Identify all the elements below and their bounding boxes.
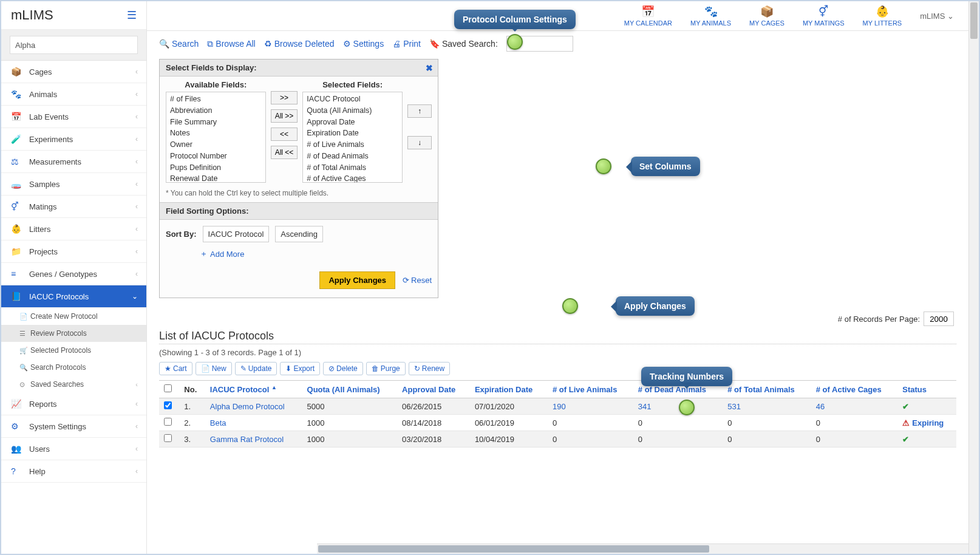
col--of-total-animals[interactable]: # of Total Animals bbox=[723, 381, 811, 398]
delete-button[interactable]: ⊘Delete bbox=[323, 362, 363, 375]
field-option[interactable]: Abbreviation bbox=[169, 105, 263, 117]
search-link[interactable]: 🔍Search bbox=[159, 39, 199, 49]
export-button[interactable]: ⬇Export bbox=[280, 362, 320, 375]
horizontal-scrollbar[interactable] bbox=[317, 543, 968, 554]
sidebar-item-users[interactable]: 👥Users‹ bbox=[1, 438, 146, 460]
field-option[interactable]: # of Active Cages bbox=[305, 173, 400, 183]
move-right-button[interactable]: >> bbox=[271, 91, 298, 104]
select-all-checkbox[interactable] bbox=[164, 384, 172, 392]
apply-changes-button[interactable]: Apply Changes bbox=[319, 271, 395, 289]
sidebar-item-lab-events[interactable]: 📅Lab Events‹ bbox=[1, 106, 146, 128]
field-option[interactable]: IACUC Protocol bbox=[305, 94, 400, 105]
hamburger-icon[interactable]: ☰ bbox=[127, 9, 137, 22]
close-icon[interactable]: ✖ bbox=[426, 63, 433, 73]
sidebar-subitem-review-protocols[interactable]: ☰Review Protocols bbox=[1, 325, 146, 342]
expiring-link[interactable]: Expiring bbox=[912, 418, 944, 427]
field-option[interactable]: Notes bbox=[169, 128, 263, 139]
browse-all-link[interactable]: ⧉Browse All bbox=[207, 39, 255, 49]
table-row: 1.Alpha Demo Protocol500006/26/201507/01… bbox=[159, 398, 956, 415]
field-option[interactable]: Protocol Number bbox=[169, 151, 263, 162]
move-left-button[interactable]: << bbox=[271, 128, 298, 141]
print-link[interactable]: 🖨Print bbox=[392, 39, 421, 49]
row-checkbox[interactable] bbox=[164, 434, 172, 442]
topnav-my-animals[interactable]: 🐾MY ANIMALS bbox=[690, 5, 731, 27]
cart-button[interactable]: ★Cart bbox=[159, 362, 192, 375]
nav-icon: 📈 bbox=[11, 399, 22, 409]
sidebar-item-measurements[interactable]: ⚖Measurements‹ bbox=[1, 151, 146, 173]
field-option[interactable]: # of Dead Animals bbox=[305, 151, 400, 162]
topnav-my-matings[interactable]: ⚥MY MATINGS bbox=[803, 5, 845, 27]
sidebar-subitem-saved-searches[interactable]: ⊙Saved Searches‹ bbox=[1, 376, 146, 393]
sidebar-item-animals[interactable]: 🐾Animals‹ bbox=[1, 83, 146, 106]
copy-icon: ⧉ bbox=[207, 39, 213, 49]
field-option[interactable]: Renewal Date bbox=[169, 173, 263, 183]
row-checkbox[interactable] bbox=[164, 401, 172, 409]
chevron-icon: ‹ bbox=[135, 67, 138, 76]
field-option[interactable]: # of Total Animals bbox=[305, 162, 400, 174]
cell[interactable]: 190 bbox=[548, 398, 633, 415]
move-up-button[interactable]: ↑ bbox=[407, 104, 432, 118]
cell: 0 bbox=[723, 415, 811, 431]
sidebar-item-iacuc-protocols[interactable]: 📘IACUC Protocols⌄ bbox=[1, 285, 146, 308]
sort-field-select[interactable]: IACUC Protocol bbox=[203, 226, 270, 242]
cell: 0 bbox=[723, 431, 811, 448]
col--of-active-cages[interactable]: # of Active Cages bbox=[811, 381, 898, 398]
sidebar-item-genes-genotypes[interactable]: ≡Genes / Genotypes‹ bbox=[1, 263, 146, 285]
sidebar-subitem-search-protocols[interactable]: 🔍Search Protocols bbox=[1, 359, 146, 376]
field-option[interactable]: # of Live Animals bbox=[305, 139, 400, 151]
renew-button[interactable]: ↻Renew bbox=[409, 362, 450, 375]
col-status[interactable]: Status bbox=[897, 381, 956, 398]
add-more-sort-link[interactable]: ＋Add More bbox=[160, 248, 244, 259]
sidebar-item-cages[interactable]: 📦Cages‹ bbox=[1, 61, 146, 83]
topnav-my-litters[interactable]: 👶MY LITTERS bbox=[863, 5, 902, 27]
field-option[interactable]: Expiration Date bbox=[305, 128, 400, 139]
warning-icon: ⚠ bbox=[902, 418, 910, 427]
sidebar-subitem-create-new-protocol[interactable]: 📄Create New Protocol bbox=[1, 308, 146, 325]
sidebar-item-litters[interactable]: 👶Litters‹ bbox=[1, 218, 146, 240]
cell[interactable]: 341 bbox=[633, 398, 723, 415]
user-dropdown[interactable]: mLIMS ⌄ bbox=[920, 12, 954, 21]
move-down-button[interactable]: ↓ bbox=[407, 136, 432, 149]
records-per-page-input[interactable] bbox=[924, 312, 954, 326]
purge-button[interactable]: 🗑Purge bbox=[366, 362, 406, 375]
topnav-my-cages[interactable]: 📦MY CAGES bbox=[749, 5, 784, 27]
vertical-scrollbar[interactable] bbox=[968, 1, 979, 554]
sidebar-search-input[interactable] bbox=[10, 36, 138, 54]
reset-link[interactable]: ⟳Reset bbox=[403, 276, 432, 285]
cell[interactable]: Alpha Demo Protocol bbox=[205, 398, 302, 415]
cell[interactable]: 531 bbox=[723, 398, 811, 415]
col--of-live-animals[interactable]: # of Live Animals bbox=[548, 381, 633, 398]
update-button[interactable]: ✎Update bbox=[235, 362, 277, 375]
settings-link[interactable]: ⚙Settings bbox=[343, 39, 384, 49]
move-all-left-button[interactable]: All << bbox=[271, 146, 298, 159]
new-button[interactable]: 📄New bbox=[196, 362, 232, 375]
cell[interactable]: Gamma Rat Protocol bbox=[205, 431, 302, 448]
sidebar-subitem-selected-protocols[interactable]: 🛒Selected Protocols bbox=[1, 342, 146, 359]
sidebar-item-help[interactable]: ?Help‹ bbox=[1, 460, 146, 483]
field-option[interactable]: # of Files bbox=[169, 94, 263, 105]
sidebar-item-reports[interactable]: 📈Reports‹ bbox=[1, 393, 146, 415]
row-checkbox[interactable] bbox=[164, 418, 172, 426]
col-expiration-date[interactable]: Expiration Date bbox=[470, 381, 548, 398]
browse-deleted-link[interactable]: ♻Browse Deleted bbox=[264, 39, 335, 49]
cell[interactable]: 46 bbox=[811, 398, 898, 415]
sidebar-item-experiments[interactable]: 🧪Experiments‹ bbox=[1, 128, 146, 151]
sidebar-item-projects[interactable]: 📁Projects‹ bbox=[1, 240, 146, 263]
field-option[interactable]: File Summary bbox=[169, 117, 263, 128]
cell[interactable]: Beta bbox=[205, 415, 302, 431]
col-approval-date[interactable]: Approval Date bbox=[397, 381, 470, 398]
sort-direction-select[interactable]: Ascending bbox=[275, 226, 323, 242]
selected-fields-list[interactable]: IACUC ProtocolQuota (All Animals)Approva… bbox=[302, 92, 403, 183]
available-fields-list[interactable]: # of FilesAbbreviationFile SummaryNotesO… bbox=[166, 92, 266, 183]
sidebar-item-matings[interactable]: ⚥Matings‹ bbox=[1, 196, 146, 218]
field-option[interactable]: Approval Date bbox=[305, 117, 400, 128]
sidebar-item-samples[interactable]: 🧫Samples‹ bbox=[1, 173, 146, 196]
col-quota-all-animals-[interactable]: Quota (All Animals) bbox=[302, 381, 398, 398]
topnav-my-calendar[interactable]: 📅MY CALENDAR bbox=[624, 5, 672, 27]
sidebar-item-system-settings[interactable]: ⚙System Settings‹ bbox=[1, 415, 146, 438]
field-option[interactable]: Quota (All Animals) bbox=[305, 105, 400, 117]
col-iacuc-protocol[interactable]: IACUC Protocol ▲ bbox=[205, 381, 302, 398]
move-all-right-button[interactable]: All >> bbox=[271, 109, 298, 123]
field-option[interactable]: Pups Definition bbox=[169, 162, 263, 174]
field-option[interactable]: Owner bbox=[169, 139, 263, 151]
